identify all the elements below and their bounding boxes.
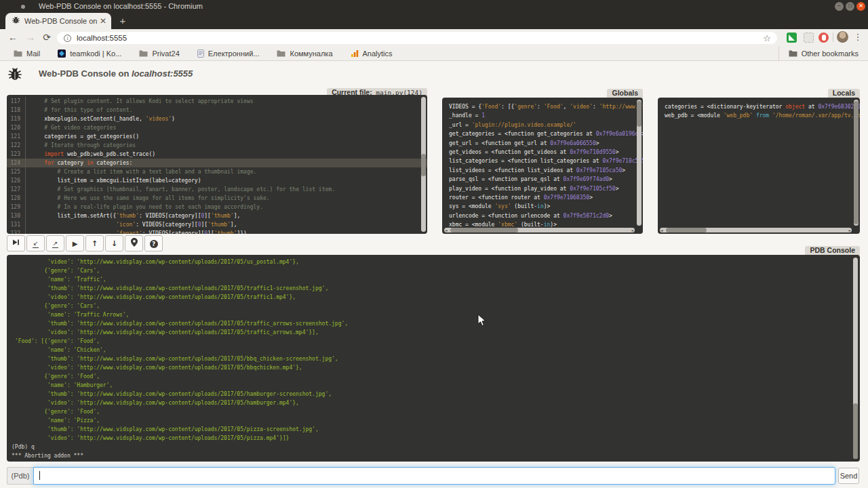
scrollbar-thumb[interactable] (854, 101, 859, 224)
browser-tab[interactable]: Web-PDB Console on loca ✕ (5, 13, 111, 29)
extension-red-icon[interactable] (818, 33, 829, 43)
maximize-icon[interactable]: □ (846, 2, 854, 11)
variable-line: _url = 'plugin://plugin.video.example/' (449, 121, 643, 129)
extension-gray-icon[interactable] (804, 33, 814, 43)
globals-horizontal-scrollbar[interactable]: ◄ ► (444, 228, 635, 232)
code-line: 126 list_item = xbmcgui.ListItem(label=c… (7, 176, 427, 185)
globals-vertical-scrollbar[interactable] (637, 100, 642, 226)
scrollbar-thumb[interactable] (450, 228, 518, 232)
pdb-command-input[interactable] (33, 467, 835, 485)
console-line: 'video': 'http://www.vidsplay.com/wp-con… (12, 399, 860, 407)
globals-lines: VIDEOS = {'Food': [{'genre': 'Food', 'vi… (442, 98, 643, 229)
code-line: 121 categories = get_categories() (7, 132, 427, 141)
kodi-icon (58, 49, 66, 58)
code-line: 119 xbmcplugin.setContent(_handle, 'vide… (7, 115, 427, 123)
code-line: 129 # In a real-life plugin you need to … (7, 203, 427, 211)
code-line: 132 'fanart': VIDEOS[category][0]['thumb… (7, 229, 427, 234)
new-tab-button[interactable]: + (117, 15, 129, 27)
console-line: {'genre': 'Food', (12, 372, 860, 381)
code-line: 122 # Iterate through categories (7, 141, 427, 150)
folder-icon (789, 47, 797, 60)
browser-menu-icon[interactable]: ⋮ (853, 31, 863, 43)
bookmark-star-icon[interactable]: ☆ (763, 34, 771, 43)
screen: Web-PDB Console on localhost:5555 - Chro… (0, 0, 868, 488)
console-line: *** Aborting addon *** (12, 451, 860, 460)
debugger-toolbar: ↙↗▶↑↓? (7, 235, 164, 251)
scrollbar-thumb[interactable] (637, 101, 642, 127)
minimize-icon[interactable]: − (835, 2, 844, 11)
scrollbar-thumb[interactable] (421, 154, 426, 177)
where-button[interactable] (125, 235, 143, 251)
up-button[interactable]: ↑ (85, 235, 104, 251)
bookmark-item[interactable]: Mail (14, 49, 40, 58)
map-marker-icon (131, 238, 138, 249)
arrow-down-icon: ↓ (111, 239, 117, 248)
scroll-right-icon[interactable]: ► (848, 228, 851, 232)
locals-view: categories = <dictionary-keyiterator obj… (658, 98, 860, 234)
other-bookmarks-button[interactable]: Other bookmarks (778, 46, 859, 60)
reload-icon[interactable]: ⟳ (41, 31, 53, 43)
code-line: 125 # Create a list item with a text lab… (7, 167, 427, 176)
return-button[interactable]: ↗ (46, 235, 64, 251)
next-button[interactable] (7, 235, 25, 251)
code-line: 123 import web_pdb;web_pdb.set_trace() (7, 150, 427, 159)
code-line: 127 # Set graphics (thumbnail, fanart, b… (7, 185, 427, 194)
bookmark-item[interactable]: teamkodi | Ko... (58, 49, 121, 58)
tab-strip: Web-PDB Console on loca ✕ + (0, 13, 868, 29)
variable-line: categories = <dictionary-keyiterator obj… (665, 102, 860, 111)
scroll-right-icon[interactable]: ► (631, 228, 634, 232)
variable-line: get_categories = <function get_categorie… (449, 129, 643, 138)
code-vertical-scrollbar[interactable] (421, 97, 426, 232)
tab-close-icon[interactable]: ✕ (100, 17, 106, 25)
code-line: 131 'icon': VIDEOS[category][0]['thumb']… (7, 220, 427, 229)
globals-label: Globals (607, 89, 643, 98)
step-forward-icon (12, 239, 20, 248)
pdb-prompt-label: (Pdb) (7, 467, 33, 485)
locals-vertical-scrollbar[interactable] (854, 100, 859, 226)
url-bar[interactable]: i localhost:5555 ☆ (57, 32, 777, 44)
forward-icon[interactable]: → (24, 31, 37, 43)
help-button[interactable]: ? (144, 235, 163, 251)
down-button[interactable]: ↓ (105, 235, 123, 251)
extension-green-icon[interactable] (787, 33, 797, 43)
profile-avatar[interactable] (837, 31, 848, 43)
console-vertical-scrollbar[interactable] (853, 258, 858, 459)
back-icon[interactable]: ← (7, 31, 19, 43)
page-header: Web-PDB Console on localhost:5555 (0, 61, 868, 88)
bookmark-item[interactable]: Електронний... (197, 49, 260, 58)
step-button[interactable]: ↙ (26, 235, 45, 251)
globals-view: VIDEOS = {'Food': [{'genre': 'Food', 'vi… (442, 98, 643, 234)
bookmark-item[interactable]: Коммуналка (277, 49, 332, 58)
question-icon: ? (150, 239, 158, 248)
bookmark-item[interactable]: Privat24 (139, 49, 179, 58)
scroll-left-icon[interactable]: ◄ (445, 228, 448, 232)
variable-line: list_categories = <function list_categor… (449, 157, 643, 165)
scroll-left-icon[interactable]: ◄ (660, 228, 663, 232)
scrollbar-thumb[interactable] (853, 403, 858, 459)
locals-horizontal-scrollbar[interactable]: ◄ ► (660, 228, 852, 232)
doc-icon (197, 49, 204, 58)
folder-icon (14, 49, 22, 57)
text-caret (39, 471, 40, 480)
variable-line: play_video = <function play_video at 0x7… (449, 184, 643, 193)
variable-line: sys = <module 'sys' (built-in)> (449, 202, 643, 211)
page-title: Web-PDB Console on localhost:5555 (39, 68, 193, 79)
continue-button[interactable]: ▶ (66, 235, 84, 251)
variable-line: get_videos = <function get_videos at 0x7… (449, 148, 643, 157)
locals-panel: Locals categories = <dictionary-keyitera… (658, 98, 860, 234)
code-view: 117 # Set plugin content. It allows Kodi… (7, 95, 427, 234)
console-view: 'video': 'http://www.vidsplay.com/wp-con… (7, 255, 860, 462)
code-line: 117 # Set plugin content. It allows Kodi… (7, 97, 427, 106)
send-button[interactable]: Send (838, 468, 859, 484)
bookmark-label: teamkodi | Ko... (70, 49, 121, 58)
scrollbar-thumb[interactable] (666, 228, 707, 232)
console-line: 'name': 'Pizza', (12, 416, 860, 425)
variable-line: VIDEOS = {'Food': [{'genre': 'Food', 'vi… (449, 102, 643, 111)
bookmark-item[interactable]: Analytics (351, 49, 393, 58)
console-line: 'name': 'Chicken', (12, 346, 860, 354)
current-file-panel: Current file: main.py(124) 117 # Set plu… (7, 95, 427, 234)
close-icon[interactable]: ✕ (856, 2, 865, 11)
console-line: 'thumb': 'http://www.vidsplay.com/wp-con… (12, 319, 860, 328)
site-info-icon[interactable]: i (64, 35, 71, 42)
step-into-icon: ↙ (33, 239, 39, 248)
